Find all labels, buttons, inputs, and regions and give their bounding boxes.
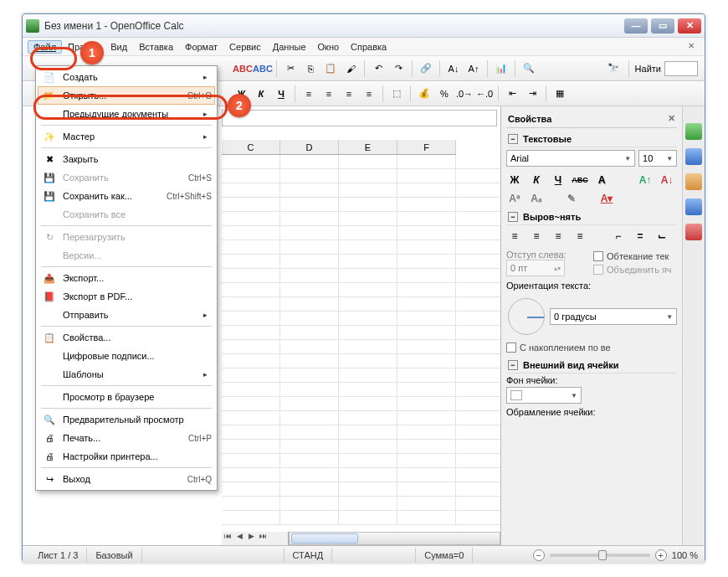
section-text[interactable]: −Текстовые [506,131,677,147]
menu-open[interactable]: 📂Открыть...Ctrl+O [38,86,215,105]
tab-prev-icon[interactable]: ◀ [233,532,245,545]
section-align[interactable]: −Выров~нять [506,209,677,225]
tab-next-icon[interactable]: ▶ [245,532,257,545]
font-size-combo[interactable]: 10▼ [638,150,677,167]
navigator-icon[interactable]: 🔍 [520,59,538,78]
menu-help[interactable]: Справка [345,40,392,54]
deck-properties-icon[interactable] [685,123,702,140]
section-cell[interactable]: −Внешний вид ячейки [506,358,677,374]
menu-file[interactable]: Файл [28,40,62,54]
hscrollbar[interactable] [289,532,500,545]
sort-desc-icon[interactable]: A↑ [464,59,483,78]
menu-tools[interactable]: Сервис [223,40,267,54]
col-header[interactable]: D [280,140,339,155]
orientation-dial[interactable] [508,298,545,335]
align-justify-icon[interactable]: ≡ [360,85,378,103]
menu-export-pdf[interactable]: 📕Экспорт в PDF... [38,287,215,306]
paste-icon[interactable]: 📋 [321,59,340,78]
deck-navigator-icon[interactable] [685,198,702,215]
redo-icon[interactable]: ↷ [389,59,408,78]
valign-bottom-icon[interactable]: ⌙ [654,229,670,244]
decimal-add-icon[interactable]: .0→ [455,85,474,103]
side-shrink-icon[interactable]: A↓ [659,173,675,188]
decimal-del-icon[interactable]: ←.0 [475,85,494,103]
autospell-icon[interactable]: ABC [254,59,272,78]
sidebar-close-icon[interactable]: ✕ [668,113,675,124]
menu-recent[interactable]: Предыдущие документы▸ [38,105,215,123]
side-bold-icon[interactable]: Ж [506,173,523,188]
font-combo[interactable]: Arial▼ [506,150,635,167]
zoom-out-button[interactable]: − [533,549,545,561]
align-left-icon[interactable]: ≡ [300,85,318,103]
valign-middle-icon[interactable]: = [632,229,649,244]
italic-button[interactable]: К [252,85,270,103]
side-sub-icon[interactable]: Aₐ [528,191,545,206]
menu-wizard[interactable]: ✨Мастер▸ [38,127,215,146]
binoculars-icon[interactable]: 🔭 [604,59,623,78]
side-underline-icon[interactable]: Ч [550,173,567,188]
tab-last-icon[interactable]: ⏭ [257,532,269,545]
menu-export[interactable]: 📤Экспорт... [38,269,215,287]
halign-left-icon[interactable]: ≡ [506,229,523,244]
side-grow-icon[interactable]: A↑ [637,173,654,188]
cut-icon[interactable]: ✂ [281,59,300,78]
menu-create[interactable]: 📄Создать▸ [38,68,215,86]
tab-first-icon[interactable]: ⏮ [222,532,233,545]
menu-format[interactable]: Формат [179,40,223,54]
currency-icon[interactable]: 💰 [415,85,433,103]
side-fontcolor-icon[interactable]: A▾ [598,191,615,206]
chart-icon[interactable]: 📊 [492,59,510,78]
align-right-icon[interactable]: ≡ [340,85,358,103]
border-icon[interactable]: ▦ [551,85,569,103]
menu-data[interactable]: Данные [267,40,312,54]
valign-top-icon[interactable]: ⌐ [610,229,627,244]
merge-icon[interactable]: ⬚ [387,85,406,103]
menu-send[interactable]: Отправить▸ [38,306,215,324]
zoom-in-button[interactable]: + [655,549,667,561]
doc-close-icon[interactable]: ✕ [688,41,700,53]
deck-gallery-icon[interactable] [685,173,702,190]
menu-templates[interactable]: Шаблоны▸ [38,365,215,384]
orientation-combo[interactable]: 0 градусы▼ [550,308,677,325]
indent-inc-icon[interactable]: ⇥ [523,85,541,103]
cellbg-combo[interactable]: ▼ [506,387,582,404]
spellcheck-icon[interactable]: ABC [233,59,252,78]
halign-right-icon[interactable]: ≡ [550,229,567,244]
align-center-icon[interactable]: ≡ [320,85,338,103]
sort-asc-icon[interactable]: A↓ [444,59,463,78]
menu-properties[interactable]: 📋Свойства... [38,328,215,347]
undo-icon[interactable]: ↶ [369,59,387,78]
stacked-checkbox[interactable] [506,343,516,353]
zoom-slider[interactable] [550,554,650,557]
percent-icon[interactable]: % [435,85,454,103]
find-input[interactable] [664,61,698,76]
menu-save-as[interactable]: 💾Сохранить как...Ctrl+Shift+S [38,187,215,205]
hyperlink-icon[interactable]: 🔗 [417,59,435,78]
close-button[interactable]: ✕ [678,18,701,33]
side-strike-icon[interactable]: ABC [572,173,588,188]
menu-print-preview[interactable]: 🔍Предварительный просмотр [38,410,215,429]
formula-bar[interactable] [222,110,497,126]
col-header[interactable]: F [397,140,456,155]
menu-signatures[interactable]: Цифровые подписи... [38,347,215,365]
indent-dec-icon[interactable]: ⇤ [503,85,521,103]
minimize-button[interactable]: — [624,18,648,33]
deck-functions-icon[interactable] [685,224,702,240]
menu-printer-settings[interactable]: 🖨Настройки принтера... [38,447,215,466]
menu-exit[interactable]: ↪ВыходCtrl+Q [38,470,215,488]
brush-icon[interactable]: 🖌 [341,59,360,78]
menu-print[interactable]: 🖨Печать...Ctrl+P [38,429,215,447]
menu-view[interactable]: Вид [105,40,133,54]
grid-cells[interactable] [222,155,500,530]
deck-styles-icon[interactable] [685,148,702,165]
col-header[interactable]: C [222,140,280,155]
halign-center-icon[interactable]: ≡ [528,229,545,244]
menu-close[interactable]: ✖Закрыть [38,150,215,168]
menu-insert[interactable]: Вставка [133,40,179,54]
side-super-icon[interactable]: Aᵃ [506,191,523,206]
halign-justify-icon[interactable]: ≡ [572,229,588,244]
copy-icon[interactable]: ⎘ [301,59,320,78]
side-highlight-icon[interactable]: ✎ [563,191,580,206]
underline-button[interactable]: Ч [272,85,290,103]
maximize-button[interactable]: ▭ [651,18,674,33]
